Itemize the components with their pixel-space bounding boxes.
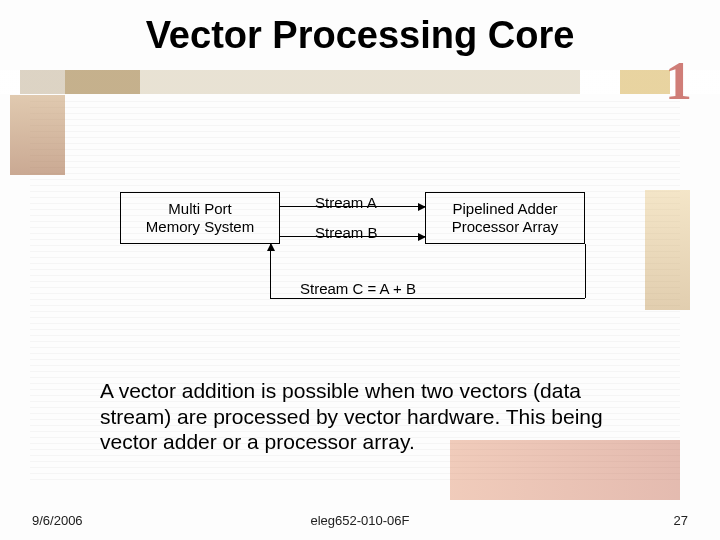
box-adder-line2: Processor Array: [452, 218, 559, 236]
return-path-across: [270, 298, 585, 299]
box-memory-system: Multi Port Memory System: [120, 192, 280, 244]
page-title: Vector Processing Core: [0, 14, 720, 57]
return-path-up-arrow: [270, 244, 271, 299]
slide: 1 Vector Processing Core Multi Port Memo…: [0, 0, 720, 540]
decor-patch-right: [645, 190, 690, 310]
decor-corner-digit: 1: [665, 50, 692, 112]
footer-page-number: 27: [674, 513, 688, 528]
return-path-down: [585, 244, 586, 298]
body-text: A vector addition is possible when two v…: [100, 378, 640, 455]
label-stream-c: Stream C = A + B: [300, 280, 416, 297]
label-stream-a: Stream A: [315, 194, 377, 211]
box-adder-line1: Pipelined Adder: [452, 200, 557, 218]
label-stream-b: Stream B: [315, 224, 378, 241]
decor-stripe: [0, 70, 720, 94]
diagram: Multi Port Memory System Stream A Stream…: [120, 192, 600, 302]
box-memory-line2: Memory System: [146, 218, 254, 236]
box-memory-line1: Multi Port: [168, 200, 231, 218]
box-adder-array: Pipelined Adder Processor Array: [425, 192, 585, 244]
footer-course: eleg652-010-06F: [0, 513, 720, 528]
decor-patch-left: [10, 95, 65, 175]
